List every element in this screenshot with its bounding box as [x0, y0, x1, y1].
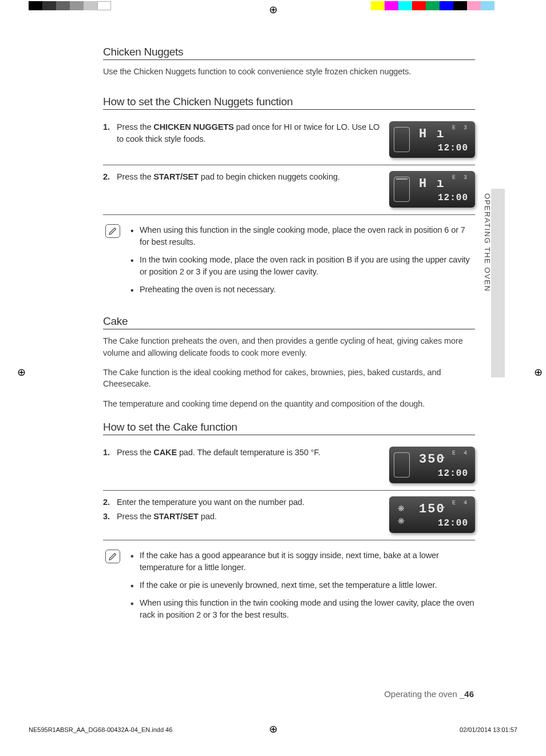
print-timestamp: 02/01/2014 13:01:57 — [460, 726, 517, 733]
note-item: In the twin cooking mode, place the oven… — [129, 254, 475, 278]
print-metadata: NE595R1ABSR_AA_DG68-00432A-04_EN.indd 46… — [29, 726, 517, 733]
step-row: 2.Press the START/SET pad to begin chick… — [103, 165, 475, 215]
step-number: 1. — [103, 121, 111, 145]
step-number: 3. — [103, 511, 111, 523]
note-item: Preheating the oven is not necessary. — [129, 284, 475, 296]
note-item: When using this function in the twin coo… — [129, 597, 475, 621]
step-text: Press the CAKE pad. The default temperat… — [117, 447, 382, 459]
step-text: Press the START/SET pad. — [117, 511, 382, 523]
section-tab — [491, 189, 505, 377]
howto-title-cake: How to set the Cake function — [103, 421, 475, 435]
step-text: Press the CHICKEN NUGGETS pad once for H… — [117, 121, 382, 145]
note-icon — [105, 224, 120, 238]
section-title-cake: Cake — [103, 315, 475, 329]
oven-display: H ıE 312:00 — [389, 171, 475, 208]
note-list: If the cake has a good appearance but it… — [129, 550, 475, 627]
registration-mark-icon: ⊕ — [17, 366, 26, 379]
howto-title-chicken-nuggets: How to set the Chicken Nuggets function — [103, 96, 475, 110]
body-paragraph: The Cake function is the ideal cooking m… — [103, 367, 475, 390]
note-item: When using this function in the single c… — [129, 224, 475, 248]
body-paragraph: The temperature and cooking time depend … — [103, 398, 475, 409]
source-file: NE595R1ABSR_AA_DG68-00432A-04_EN.indd 46 — [29, 726, 172, 733]
step-number: 2. — [103, 496, 111, 508]
body-paragraph: The Cake function preheats the oven, and… — [103, 335, 475, 359]
oven-display: ❋❋150•E 412:00 — [389, 496, 475, 533]
note-item: If the cake has a good appearance but it… — [129, 550, 475, 574]
note-icon — [105, 550, 120, 563]
running-footer: Operating the oven _46 — [384, 689, 474, 699]
section-title-chicken-nuggets: Chicken Nuggets — [103, 46, 475, 60]
step-row: 1.Press the CHICKEN NUGGETS pad once for… — [103, 116, 475, 165]
step-row: 1.Press the CAKE pad. The default temper… — [103, 441, 475, 491]
step-number: 2. — [103, 171, 111, 183]
step-number: 1. — [103, 447, 111, 459]
intro-text: Use the Chicken Nuggets function to cook… — [103, 66, 475, 77]
step-text: Enter the temperature you want on the nu… — [117, 496, 382, 508]
note-item: If the cake or pie is unevenly browned, … — [129, 579, 475, 591]
oven-display: 350•E 412:00 — [389, 447, 475, 483]
registration-mark-icon: ⊕ — [534, 366, 543, 379]
oven-display: H ıE 312:00 — [389, 121, 475, 158]
registration-mark-icon: ⊕ — [269, 3, 278, 16]
note-list: When using this function in the single c… — [129, 224, 475, 301]
step-text: Press the START/SET pad to begin chicken… — [117, 171, 382, 183]
step-row: 2.Enter the temperature you want on the … — [103, 491, 475, 540]
section-tab-label: OPERATING THE OVEN — [483, 193, 492, 292]
